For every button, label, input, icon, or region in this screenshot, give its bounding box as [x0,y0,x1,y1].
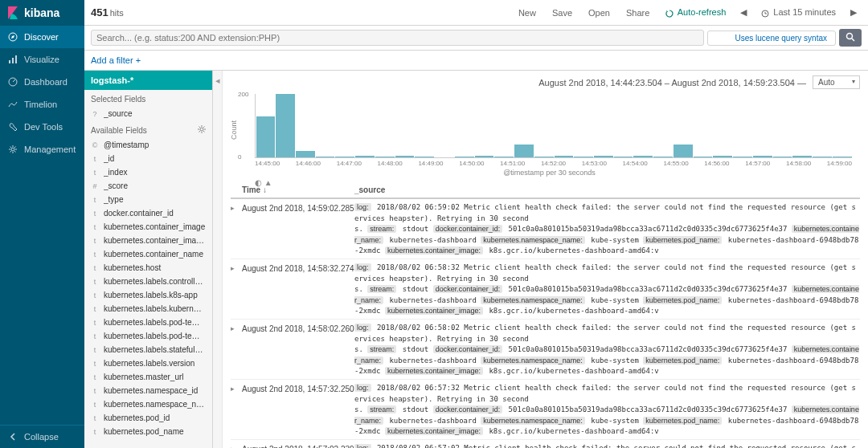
histogram-bar[interactable] [395,156,415,157]
time-prev[interactable]: ◀ [735,6,751,19]
histogram-bar[interactable] [713,156,732,157]
histogram-bar[interactable] [614,157,633,157]
field-docker.container_id[interactable]: tdocker.container_id [84,206,212,220]
field-_score[interactable]: #_score [84,179,212,193]
histogram-bar[interactable] [475,156,494,157]
histogram[interactable]: Count 200 0 14:45:0014:46:0014:47:0014:4… [223,94,868,182]
histogram-bar[interactable] [494,157,514,157]
doc-time: August 2nd 2018, 14:58:02.260 [242,323,354,376]
svg-rect-1 [9,60,10,63]
histogram-bar[interactable] [674,145,693,157]
expand-row[interactable]: ▸ [231,383,242,436]
doc-row: ▸ August 2nd 2018, 14:58:02.260 log: 201… [231,320,860,380]
field-_index[interactable]: t_index [84,165,212,179]
histogram-bar[interactable] [694,157,713,157]
auto-refresh[interactable]: Auto-refresh [659,4,732,20]
hit-count: 451 [91,6,108,18]
action-save[interactable]: Save [546,5,579,21]
time-range-label: August 2nd 2018, 14:44:23.504 – August 2… [538,78,806,88]
field-_source[interactable]: ?_source [84,107,212,120]
histogram-bar[interactable] [555,156,574,157]
histogram-bar[interactable] [256,116,276,157]
search-input[interactable] [96,33,698,43]
expand-row[interactable]: ▸ [231,323,242,376]
histogram-bar[interactable] [574,157,593,157]
action-open[interactable]: Open [582,5,616,21]
index-pattern-selector[interactable]: logstash-* [84,71,212,90]
field-_type[interactable]: t_type [84,193,212,206]
expand-row[interactable]: ▸ [231,202,242,255]
expand-row[interactable]: ▸ [231,443,242,448]
nav-dashboard[interactable]: Dashboard [0,71,84,93]
selected-fields-header: Selected Fields [84,90,212,107]
histogram-bar[interactable] [594,156,613,157]
interval-select[interactable]: Auto [813,75,860,89]
action-share[interactable]: Share [620,5,656,21]
field-kubernetes.labels.k8s-app[interactable]: tkubernetes.labels.k8s-app [84,288,212,302]
fields-settings-icon[interactable] [198,125,206,135]
histogram-bar[interactable] [653,157,673,157]
histogram-bar[interactable] [316,157,335,157]
histogram-bar[interactable] [335,157,354,157]
histogram-bar[interactable] [355,156,375,157]
expand-row[interactable]: ▸ [231,263,242,316]
doc-row: ▸ August 2nd 2018, 14:57:02.239 log: 201… [231,440,860,448]
histogram-bar[interactable] [792,156,812,157]
nav-discover[interactable]: Discover [0,26,84,48]
doc-source: log: 2018/08/02 06:57:02 Metric client h… [354,443,860,448]
histogram-bar[interactable] [415,157,434,157]
field-kubernetes.pod_name[interactable]: tkubernetes.pod_name [84,425,212,438]
filter-bar: Add a filter + [84,51,868,71]
histogram-bar[interactable] [276,94,295,157]
field-kubernetes.master_url[interactable]: tkubernetes.master_url [84,370,212,384]
document-table: Time ↓ _source ▸ August 2nd 2018, 14:59:… [223,182,868,448]
doc-row: ▸ August 2nd 2018, 14:57:32.250 log: 201… [231,380,860,440]
add-filter[interactable]: Add a filter + [91,55,141,65]
field-kubernetes.namespace_name[interactable]: tkubernetes.namespace_name [84,397,212,411]
doc-time: August 2nd 2018, 14:57:32.250 [242,383,354,436]
field-_id[interactable]: t_id [84,152,212,165]
search-button[interactable] [839,29,862,47]
field-kubernetes.container_image_id[interactable]: tkubernetes.container_image_id [84,234,212,247]
field-kubernetes.container_name[interactable]: tkubernetes.container_name [84,247,212,261]
collapse-nav[interactable]: Collapse [0,425,84,448]
field-kubernetes.labels.version[interactable]: tkubernetes.labels.version [84,356,212,370]
field-sidebar: logstash-* Selected Fields ?_source Avai… [84,71,213,448]
query-hint[interactable]: Uses lucene query syntax [707,31,836,46]
available-fields-header: Available Fields [84,120,212,138]
search-bar: Uses lucene query syntax [84,26,868,51]
field-kubernetes.pod_id[interactable]: tkubernetes.pod_id [84,411,212,425]
field-kubernetes.labels.kubernetes_io/cl...[interactable]: tkubernetes.labels.kubernetes_io/cl... [84,302,212,316]
svg-rect-2 [12,58,14,63]
field-kubernetes.labels.statefulset_kuber...[interactable]: tkubernetes.labels.statefulset_kuber... [84,343,212,356]
nav-visualize[interactable]: Visualize [0,48,84,71]
nav-timelion[interactable]: Timelion [0,93,84,116]
histogram-bar[interactable] [375,157,395,157]
histogram-bar[interactable] [633,156,653,157]
time-picker[interactable]: Last 15 minutes [755,4,842,20]
field-@timestamp[interactable]: ©@timestamp [84,138,212,152]
field-kubernetes.container_image[interactable]: tkubernetes.container_image [84,220,212,234]
histogram-bar[interactable] [773,157,792,157]
kibana-logo[interactable]: kibana [0,0,84,26]
histogram-bar[interactable] [296,151,315,157]
histogram-bar[interactable] [514,145,534,157]
histogram-bar[interactable] [534,157,554,157]
field-kubernetes.labels.pod-template-ge...[interactable]: tkubernetes.labels.pod-template-ge... [84,316,212,329]
svg-point-5 [11,148,14,151]
histogram-bar[interactable] [813,157,832,157]
histogram-bar[interactable] [455,157,474,157]
field-kubernetes.labels.pod-template-hash[interactable]: tkubernetes.labels.pod-template-hash [84,329,212,343]
histogram-bar[interactable] [753,156,772,157]
doc-time: August 2nd 2018, 14:59:02.285 [242,202,354,255]
field-kubernetes.namespace_id[interactable]: tkubernetes.namespace_id [84,384,212,397]
histogram-bar[interactable] [833,157,852,157]
collapse-sidebar[interactable]: ◂ [213,71,223,448]
field-kubernetes.labels.controller-revisio...[interactable]: tkubernetes.labels.controller-revisio... [84,275,212,288]
time-next[interactable]: ▶ [845,6,862,19]
nav-devtools[interactable]: Dev Tools [0,116,84,138]
field-kubernetes.host[interactable]: tkubernetes.host [84,261,212,275]
histogram-bar[interactable] [733,157,752,157]
action-new[interactable]: New [512,5,542,21]
nav-management[interactable]: Management [0,138,84,161]
